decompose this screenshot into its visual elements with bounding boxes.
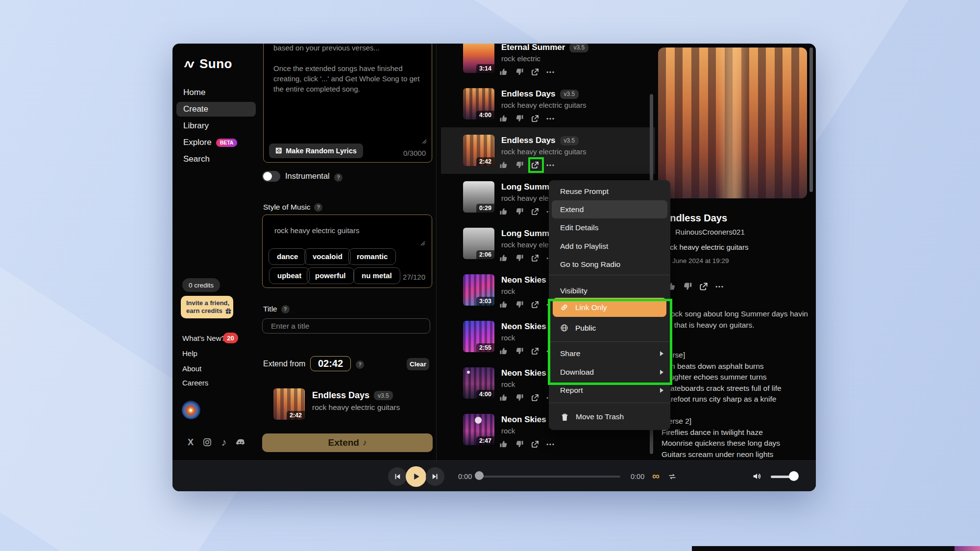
like-button[interactable] [498, 159, 510, 171]
title-input[interactable] [262, 318, 430, 334]
song-row-selected[interactable]: 2:42 Endless Daysv3.5 rock heavy electri… [441, 127, 655, 174]
like-button[interactable] [498, 252, 510, 264]
dislike-button[interactable] [514, 299, 525, 311]
style-chip[interactable]: powerful [307, 267, 354, 284]
album-art[interactable] [658, 48, 807, 198]
share-button[interactable] [529, 392, 541, 404]
lyrics-textarea[interactable]: based on your previous verses... Once th… [263, 44, 432, 163]
song-row[interactable]: 4:00 Endless Daysv3.5 rock heavy electri… [441, 81, 655, 127]
style-textarea[interactable]: rock heavy electric guitars dance vocalo… [262, 215, 432, 288]
whats-new-link[interactable]: What's New? [182, 334, 225, 342]
menu-item-song-radio[interactable]: Go to Song Radio [549, 258, 670, 271]
discord-icon[interactable] [235, 437, 246, 448]
song-thumbnail[interactable]: 4:00 [463, 88, 494, 120]
like-button[interactable] [498, 392, 510, 404]
share-button[interactable] [529, 438, 541, 450]
song-thumbnail[interactable]: 3:03 [463, 274, 494, 306]
previous-track-button[interactable] [388, 467, 407, 486]
style-chip[interactable]: vocaloid [304, 248, 351, 265]
dislike-button[interactable] [514, 438, 525, 450]
volume-handle[interactable] [789, 471, 799, 481]
next-track-button[interactable] [426, 467, 444, 486]
x-twitter-icon[interactable]: X [185, 437, 196, 448]
song-thumbnail[interactable]: 2:47 [463, 414, 494, 445]
like-button[interactable] [498, 113, 510, 124]
resize-handle-icon[interactable] [420, 241, 425, 246]
resize-handle-icon[interactable] [422, 139, 427, 144]
song-thumbnail[interactable]: 4:00 [463, 367, 494, 399]
seek-handle[interactable] [475, 471, 484, 480]
style-chip[interactable]: upbeat [269, 267, 310, 284]
more-options-button[interactable]: ••• [545, 159, 557, 171]
suno-logo[interactable]: Suno [183, 56, 232, 72]
style-chip[interactable]: romantic [348, 248, 396, 265]
instrumental-toggle[interactable] [262, 171, 280, 182]
more-options-button[interactable]: ••• [545, 66, 557, 78]
sidebar-item-search[interactable]: Search [176, 152, 256, 167]
details-scrollbar[interactable] [809, 48, 813, 192]
style-chip[interactable]: dance [269, 248, 306, 265]
menu-item-report[interactable]: Report [549, 383, 670, 397]
clear-button[interactable]: Clear [407, 358, 429, 370]
share-button[interactable] [529, 113, 541, 124]
share-button[interactable] [529, 66, 541, 78]
menu-item-edit-details[interactable]: Edit Details [549, 221, 670, 235]
song-thumbnail[interactable]: 2:42 [463, 135, 494, 166]
more-options-button[interactable]: ••• [545, 438, 557, 450]
dislike-button[interactable] [514, 159, 525, 171]
dislike-button[interactable] [514, 66, 525, 78]
sidebar-item-library[interactable]: Library [176, 119, 256, 133]
menu-item-add-to-playlist[interactable]: Add to Playlist [549, 240, 670, 253]
like-button[interactable] [498, 438, 510, 450]
menu-item-reuse-prompt[interactable]: Reuse Prompt [549, 185, 670, 198]
play-button[interactable] [406, 466, 426, 487]
dislike-button[interactable] [514, 345, 525, 357]
details-song-style[interactable]: rock heavy electric guitars [663, 243, 748, 251]
credits-pill[interactable]: 0 credits [182, 278, 220, 292]
like-button[interactable] [498, 345, 510, 357]
make-random-lyrics-button[interactable]: ⚄ Make Random Lyrics [269, 144, 363, 158]
instrumental-help-icon[interactable]: ? [334, 172, 343, 182]
share-button[interactable] [529, 252, 541, 264]
volume-icon[interactable] [752, 471, 762, 483]
like-button[interactable] [498, 66, 510, 78]
extend-submit-button[interactable]: Extend ♪ [262, 433, 433, 452]
about-link[interactable]: About [182, 364, 201, 373]
share-button[interactable] [529, 299, 541, 311]
dislike-button[interactable] [514, 392, 525, 404]
loop-infinity-icon[interactable]: ∞ [652, 470, 660, 482]
extend-help-icon[interactable]: ? [356, 359, 364, 369]
sidebar-item-home[interactable]: Home [176, 85, 256, 100]
song-thumbnail[interactable]: 2:06 [463, 228, 494, 259]
sidebar-item-create[interactable]: Create [176, 102, 256, 117]
artist-name[interactable]: RuinousCrooners021 [675, 228, 745, 236]
menu-item-extend[interactable]: Extend [552, 200, 667, 218]
seek-bar[interactable] [478, 476, 620, 478]
dislike-button[interactable] [514, 252, 525, 264]
extend-time-input[interactable] [310, 356, 351, 371]
tiktok-icon[interactable]: ♪ [219, 437, 229, 448]
more-options-button[interactable]: ••• [545, 113, 557, 124]
song-thumbnail[interactable]: 2:55 [463, 321, 494, 352]
dislike-button[interactable] [514, 206, 525, 217]
share-button[interactable] [529, 206, 541, 217]
song-thumbnail[interactable]: 3:14 [463, 44, 494, 73]
like-button[interactable] [498, 206, 510, 217]
share-button[interactable] [529, 345, 541, 357]
repeat-icon[interactable] [668, 472, 677, 483]
more-options-button[interactable]: ••• [714, 281, 726, 292]
like-button[interactable] [498, 299, 510, 311]
share-button[interactable] [698, 281, 710, 292]
help-link[interactable]: Help [182, 349, 197, 358]
song-row[interactable]: 3:14 Eternal Summerv3.5 rock electric ••… [441, 44, 655, 81]
style-chip[interactable]: nu metal [353, 267, 400, 284]
menu-item-move-to-trash[interactable]: Move to Trash [549, 410, 670, 424]
dislike-button[interactable] [682, 281, 693, 292]
sidebar-item-explore[interactable]: Explore BETA [176, 135, 256, 150]
song-thumbnail[interactable]: 0:29 [463, 181, 494, 213]
instagram-icon[interactable] [202, 437, 213, 448]
title-help-icon[interactable]: ? [281, 305, 290, 313]
user-avatar[interactable] [182, 401, 200, 419]
dislike-button[interactable] [514, 113, 525, 124]
invite-friend-button[interactable]: Invite a friend, earn credits [181, 296, 233, 318]
